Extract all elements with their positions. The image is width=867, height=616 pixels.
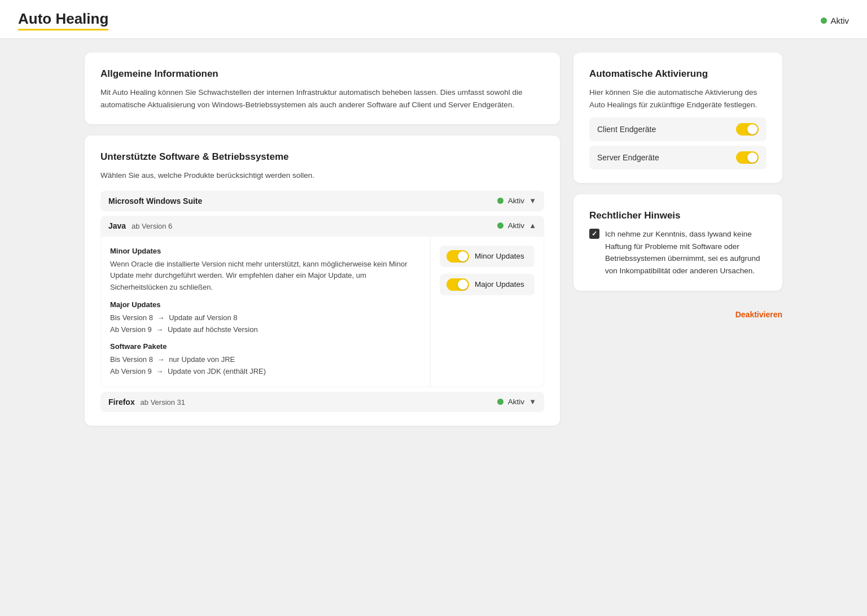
software-pakete-heading: Software Pakete xyxy=(110,341,421,353)
software-title: Unterstützte Software & Betriebssysteme xyxy=(100,151,544,163)
legal-title: Rechtlicher Hinweis xyxy=(589,210,767,221)
right-column: Automatische Aktivierung Hier können Sie… xyxy=(573,53,782,426)
software-item-java: Java ab Version 6 Aktiv ▲ Minor Updates … xyxy=(100,216,544,387)
major-update-2: Ab Version 9 → Update auf höchste Versio… xyxy=(110,324,421,336)
firefox-status-dot xyxy=(497,399,503,405)
left-column: Allgemeine Informationen Mit Auto Healin… xyxy=(85,53,560,426)
client-toggle[interactable] xyxy=(736,123,759,136)
server-label: Server Endgeräte xyxy=(597,153,659,162)
firefox-status: Aktiv xyxy=(508,397,524,406)
major-update-1: Bis Version 8 → Update auf Version 8 xyxy=(110,312,421,324)
general-info-card: Allgemeine Informationen Mit Auto Healin… xyxy=(85,53,560,124)
firefox-right: Aktiv ▼ xyxy=(497,397,536,406)
legal-text-block: Ich nehme zur Kenntnis, dass lywand kein… xyxy=(589,228,767,277)
minor-updates-heading: Minor Updates xyxy=(110,246,421,257)
server-toggle-row[interactable]: Server Endgeräte xyxy=(589,146,767,169)
client-label: Client Endgeräte xyxy=(597,125,656,134)
java-minor-updates-label: Minor Updates xyxy=(475,252,524,260)
legal-text: Ich nehme zur Kenntnis, dass lywand kein… xyxy=(605,228,767,277)
java-version: ab Version 6 xyxy=(132,222,172,230)
java-major-updates-label: Major Updates xyxy=(475,280,524,289)
windows-chevron-icon: ▼ xyxy=(529,196,536,205)
arrow-icon-4: → xyxy=(156,366,163,378)
general-info-title: Allgemeine Informationen xyxy=(100,68,544,80)
firefox-chevron-icon: ▼ xyxy=(529,397,536,406)
windows-label: Microsoft Windows Suite xyxy=(108,196,202,206)
major-updates-heading: Major Updates xyxy=(110,299,421,311)
arrow-icon-3: → xyxy=(157,354,165,366)
java-info: Minor Updates Wenn Oracle die installier… xyxy=(101,237,431,387)
software-pakete-1: Bis Version 8 → nur Update von JRE xyxy=(110,354,421,366)
auto-activation-list: Client Endgeräte Server Endgeräte xyxy=(589,117,767,169)
java-status: Aktiv xyxy=(508,221,524,230)
java-chevron-icon: ▲ xyxy=(529,221,536,230)
firefox-label: Firefox ab Version 31 xyxy=(108,397,185,407)
server-toggle[interactable] xyxy=(736,151,759,164)
java-right: Aktiv ▲ xyxy=(497,221,536,230)
deactivate-section: Deaktivieren xyxy=(573,307,782,322)
java-header[interactable]: Java ab Version 6 Aktiv ▲ xyxy=(100,216,544,236)
toggle-thumb xyxy=(458,251,468,261)
auto-activation-title: Automatische Aktivierung xyxy=(589,68,767,80)
software-list: Microsoft Windows Suite Aktiv ▼ Java ab … xyxy=(100,191,544,412)
software-pakete-2: Ab Version 9 → Update von JDK (enthält J… xyxy=(110,366,421,378)
java-toggles: Minor Updates Major Updates xyxy=(431,237,544,387)
windows-status: Aktiv xyxy=(508,196,524,205)
header: Auto Healing Aktiv xyxy=(0,0,867,39)
java-minor-updates-toggle[interactable] xyxy=(446,250,469,263)
arrow-icon-2: → xyxy=(156,324,163,336)
status-badge: Aktiv xyxy=(821,16,849,25)
status-label: Aktiv xyxy=(830,16,849,25)
software-item-windows[interactable]: Microsoft Windows Suite Aktiv ▼ xyxy=(100,191,544,211)
deactivate-button[interactable]: Deaktivieren xyxy=(735,307,782,322)
software-card: Unterstützte Software & Betriebssysteme … xyxy=(85,136,560,426)
legal-checkbox[interactable] xyxy=(589,229,599,239)
java-label: Java ab Version 6 xyxy=(108,221,172,230)
auto-activation-card: Automatische Aktivierung Hier können Sie… xyxy=(573,53,782,183)
java-body: Minor Updates Wenn Oracle die installier… xyxy=(100,236,544,387)
firefox-version: ab Version 31 xyxy=(141,398,186,407)
java-status-dot xyxy=(497,222,503,229)
toggle-thumb xyxy=(458,279,468,290)
legal-card: Rechtlicher Hinweis Ich nehme zur Kenntn… xyxy=(573,194,782,290)
java-minor-updates-toggle-row[interactable]: Minor Updates xyxy=(440,246,535,267)
client-toggle-row[interactable]: Client Endgeräte xyxy=(589,117,767,141)
status-dot xyxy=(821,18,827,24)
windows-status-dot xyxy=(497,198,503,204)
minor-updates-text: Wenn Oracle die installierte Version nic… xyxy=(110,259,421,294)
auto-activation-desc: Hier können Sie die automatische Aktivie… xyxy=(589,86,767,111)
java-major-updates-toggle[interactable] xyxy=(446,278,469,291)
software-subtitle: Wählen Sie aus, welche Produkte berücksi… xyxy=(100,169,544,182)
software-item-firefox[interactable]: Firefox ab Version 31 Aktiv ▼ xyxy=(100,392,544,412)
general-info-desc: Mit Auto Healing können Sie Schwachstell… xyxy=(100,86,544,111)
java-major-updates-toggle-row[interactable]: Major Updates xyxy=(440,274,535,295)
windows-right: Aktiv ▼ xyxy=(497,196,536,205)
arrow-icon-1: → xyxy=(157,312,165,324)
page-title: Auto Healing xyxy=(18,10,108,30)
